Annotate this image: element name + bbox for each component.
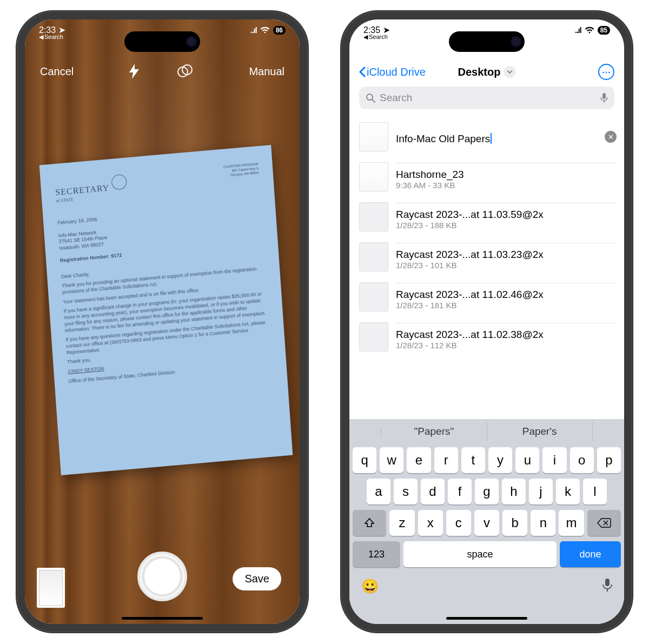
key-x[interactable]: x (418, 510, 443, 536)
file-row[interactable]: Raycast 2023-...at 11.03.59@2x 1/28/23 -… (359, 197, 624, 237)
key-i[interactable]: i (542, 447, 566, 473)
key-q[interactable]: q (353, 447, 376, 473)
key-n[interactable]: n (531, 510, 555, 536)
dictation-key[interactable] (602, 578, 612, 595)
file-name-input[interactable]: Info-Mac Old Papers (396, 133, 490, 144)
file-name: Raycast 2023-...at 11.02.38@2x (396, 329, 617, 341)
scanner-toolbar: Cancel Manual (25, 45, 300, 90)
key-o[interactable]: o (570, 447, 594, 473)
key-j[interactable]: j (529, 479, 553, 504)
file-name: Raycast 2023-...at 11.03.23@2x (396, 249, 617, 261)
nav-back-button[interactable]: iCloud Drive (359, 66, 426, 78)
prediction-1[interactable]: "Papers" (381, 422, 487, 441)
scan-thumbnail[interactable] (37, 568, 65, 608)
key-r[interactable]: r (434, 447, 458, 473)
search-input[interactable]: Search (359, 87, 614, 109)
shift-key[interactable] (353, 510, 386, 536)
cancel-button[interactable]: Cancel (40, 65, 74, 78)
key-c[interactable]: c (446, 510, 471, 536)
key-y[interactable]: y (488, 447, 512, 473)
signal-icon: ..ıl (575, 26, 581, 35)
wifi-icon (260, 26, 270, 34)
file-row[interactable]: Hartshorne_23 9:36 AM - 33 KB (359, 157, 624, 197)
file-thumb-icon (359, 242, 388, 271)
file-thumb-icon (359, 322, 388, 351)
clear-text-button[interactable]: ✕ (605, 131, 617, 143)
key-e[interactable]: e (407, 447, 431, 473)
file-meta: 9:36 AM - 33 KB (396, 181, 617, 190)
key-t[interactable]: t (461, 447, 485, 473)
status-back-to-search[interactable]: ◀ Search (363, 34, 390, 40)
prediction-2[interactable]: Paper's (487, 422, 593, 441)
chevron-down-icon (504, 66, 515, 78)
page-title: Desktop (458, 66, 501, 78)
key-h[interactable]: h (502, 479, 526, 504)
wifi-icon (585, 26, 594, 34)
manual-button[interactable]: Manual (249, 65, 284, 78)
signal-icon: ..ıl (250, 26, 257, 35)
file-thumb-icon (359, 162, 388, 191)
file-list[interactable]: Info-Mac Old Papers ✕ Hartshorne_23 9:36… (349, 117, 624, 357)
scanned-document: SECRETARY of STATE CHARITIES PROGRAM801 … (39, 145, 293, 475)
file-meta: 1/28/23 - 112 KB (396, 341, 617, 350)
file-meta: 1/28/23 - 101 KB (396, 261, 617, 270)
done-key[interactable]: done (560, 541, 621, 567)
keyboard: "Papers" Paper's qwertyuiop asdfghjkl zx… (349, 419, 624, 624)
battery-pill: 86 (273, 26, 286, 35)
key-a[interactable]: a (367, 479, 390, 504)
save-button[interactable]: Save (233, 567, 281, 590)
key-m[interactable]: m (559, 510, 584, 536)
key-b[interactable]: b (502, 510, 527, 536)
emoji-key[interactable]: 😀 (361, 578, 379, 595)
file-row[interactable]: Raycast 2023-...at 11.02.38@2x 1/28/23 -… (359, 317, 624, 357)
file-thumb-icon (359, 202, 388, 231)
battery-pill: 85 (598, 26, 610, 35)
search-icon (366, 93, 375, 103)
file-thumb-icon (359, 122, 388, 151)
key-f[interactable]: f (448, 479, 472, 504)
key-u[interactable]: u (515, 447, 539, 473)
phone-left: 2:33 ➤ ◀ Search ..ıl 86 Cancel (16, 11, 308, 633)
file-meta: 1/28/23 - 181 KB (396, 301, 617, 310)
key-p[interactable]: p (597, 447, 621, 473)
home-indicator[interactable] (446, 617, 527, 620)
backspace-key[interactable] (587, 510, 621, 536)
scanner-screen: 2:33 ➤ ◀ Search ..ıl 86 Cancel (25, 19, 300, 624)
file-thumb-icon (359, 282, 388, 311)
status-back-to-search[interactable]: ◀ Search (39, 34, 65, 40)
dictation-icon[interactable] (600, 92, 608, 103)
file-row-editing[interactable]: Info-Mac Old Papers ✕ (359, 117, 624, 157)
search-placeholder: Search (380, 92, 412, 104)
filter-icon[interactable] (177, 64, 193, 79)
file-row[interactable]: Raycast 2023-...at 11.03.23@2x 1/28/23 -… (359, 237, 624, 277)
svg-rect-4 (602, 93, 606, 99)
shutter-button[interactable] (137, 552, 187, 601)
home-indicator[interactable] (122, 617, 203, 620)
dynamic-island (449, 31, 525, 52)
file-name: Hartshorne_23 (396, 169, 617, 181)
file-name: Raycast 2023-...at 11.02.46@2x (396, 289, 617, 301)
more-options-button[interactable]: ⋯ (598, 64, 614, 80)
prediction-bar: "Papers" Paper's (349, 419, 624, 444)
svg-line-3 (372, 99, 375, 102)
nav-title-button[interactable]: Desktop (458, 66, 516, 78)
key-s[interactable]: s (394, 479, 418, 504)
file-row[interactable]: Raycast 2023-...at 11.02.46@2x 1/28/23 -… (359, 277, 624, 317)
key-w[interactable]: w (380, 447, 403, 473)
key-d[interactable]: d (421, 479, 445, 504)
files-screen: 2:35 ➤ ◀ Search ..ıl 85 iCloud Drive Des… (349, 19, 624, 624)
key-g[interactable]: g (475, 479, 499, 504)
file-meta: 1/28/23 - 188 KB (396, 221, 617, 230)
key-z[interactable]: z (389, 510, 414, 536)
key-k[interactable]: k (556, 479, 580, 504)
space-key[interactable]: space (403, 541, 557, 567)
file-name: Raycast 2023-...at 11.03.59@2x (396, 209, 617, 221)
dynamic-island (124, 31, 200, 52)
svg-rect-5 (605, 579, 610, 586)
phone-right: 2:35 ➤ ◀ Search ..ıl 85 iCloud Drive Des… (341, 11, 633, 633)
key-v[interactable]: v (474, 510, 499, 536)
flash-icon[interactable] (129, 64, 139, 79)
key-l[interactable]: l (583, 479, 607, 504)
number-key[interactable]: 123 (353, 541, 400, 567)
